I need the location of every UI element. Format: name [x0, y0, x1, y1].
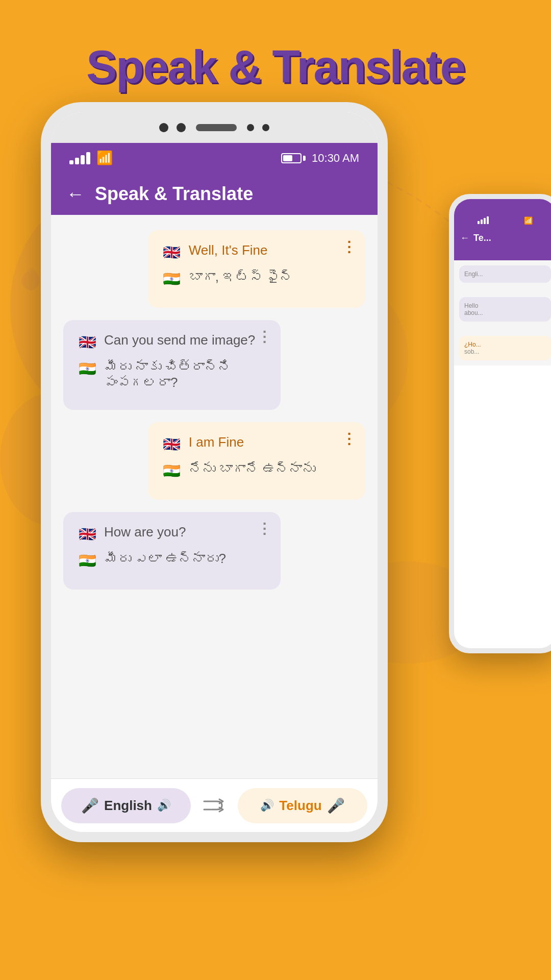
- mic-icon-left: 🎤: [81, 797, 99, 814]
- shuffle-icon: [202, 795, 227, 816]
- message-2-container: ⋮ 🇬🇧 Can you send me image? 🇮🇳 మీరు నాకు…: [63, 320, 365, 410]
- app-bar-title: Speak & Translate: [95, 183, 253, 205]
- wifi-icon: 📶: [96, 150, 113, 166]
- main-phone: 📶 10:30 AM ← Speak & Translate: [41, 102, 388, 842]
- msg-en-3: I am Fine: [189, 434, 244, 450]
- phone2-bubble1: Engli...: [464, 271, 546, 278]
- msg-te-4: మీరు ఎలా ఉన్నారు?: [104, 551, 226, 567]
- uk-flag-1: 🇬🇧: [162, 242, 182, 262]
- bubble-menu-4[interactable]: ⋮: [257, 520, 271, 537]
- phone2-bubble2-line1: Hello: [464, 302, 546, 309]
- message-1-container: ⋮ 🇬🇧 Well, It's Fine 🇮🇳 బాగా, ఇట్స్ ఫైన్: [63, 230, 365, 308]
- lang2-button[interactable]: 🔊 Telugu 🎤: [238, 788, 367, 823]
- signal-icon: [69, 152, 90, 164]
- camera-right-icon: [177, 123, 186, 132]
- message-3-container: ⋮ 🇬🇧 I am Fine 🇮🇳 నేను బాగానే ఉన్నాను: [63, 422, 365, 500]
- phone2-bubble2-line2: abou...: [464, 309, 546, 316]
- bubble-menu-2[interactable]: ⋮: [257, 328, 271, 345]
- bubble-left-2: ⋮ 🇬🇧 Can you send me image? 🇮🇳 మీరు నాకు…: [63, 320, 281, 410]
- bubble-en-row-3: 🇬🇧 I am Fine: [162, 434, 351, 454]
- speaker-icon-right: 🔊: [260, 799, 274, 812]
- chat-area: ⋮ 🇬🇧 Well, It's Fine 🇮🇳 బాగా, ఇట్స్ ఫైన్: [51, 215, 378, 789]
- phone2-bubble3-line2: sob...: [464, 348, 546, 355]
- mic-icon-right: 🎤: [327, 797, 345, 814]
- app-bar: ← Speak & Translate: [51, 173, 378, 215]
- lang1-label: English: [104, 798, 152, 814]
- bubble-en-row-1: 🇬🇧 Well, It's Fine: [162, 242, 351, 262]
- msg-en-4: How are you?: [104, 524, 186, 540]
- bubble-te-row-1: 🇮🇳 బాగా, ఇట్స్ ఫైన్: [162, 269, 351, 288]
- shuffle-button[interactable]: [196, 787, 233, 824]
- speaker-grille: [196, 124, 237, 131]
- second-phone: 📶 ← Te... Engli... Hello abou... ¿H: [449, 194, 551, 653]
- status-right: 10:30 AM: [281, 152, 359, 165]
- msg-en-1: Well, It's Fine: [189, 242, 268, 258]
- page-title: Speak & Translate: [0, 41, 551, 93]
- bubble-right-1: ⋮ 🇬🇧 Well, It's Fine 🇮🇳 బాగా, ఇట్స్ ఫైన్: [148, 230, 365, 308]
- bubble-left-4: ⋮ 🇬🇧 How are you? 🇮🇳 మీరు ఎలా ఉన్నారు?: [63, 512, 281, 590]
- bubble-te-row-2: 🇮🇳 మీరు నాకు చిత్రాన్ని పంపగలరా?: [78, 359, 266, 390]
- msg-en-2: Can you send me image?: [104, 332, 255, 348]
- bubble-menu-1[interactable]: ⋮: [342, 238, 356, 255]
- msg-te-3: నేను బాగానే ఉన్నాను: [189, 461, 315, 477]
- india-flag-3: 🇮🇳: [162, 461, 182, 480]
- status-left: 📶: [69, 150, 113, 166]
- uk-flag-2: 🇬🇧: [78, 332, 97, 352]
- camera-left-icon: [159, 123, 168, 132]
- phone2-bubble3-line1: ¿Ho...: [464, 341, 546, 348]
- time-display: 10:30 AM: [312, 152, 359, 165]
- phone2-title: Te...: [473, 233, 491, 243]
- back-button[interactable]: ←: [66, 183, 85, 205]
- uk-flag-3: 🇬🇧: [162, 434, 182, 454]
- uk-flag-4: 🇬🇧: [78, 524, 97, 544]
- message-4-container: ⋮ 🇬🇧 How are you? 🇮🇳 మీరు ఎలా ఉన్నారు?: [63, 512, 365, 590]
- lang1-button[interactable]: 🎤 English 🔊: [61, 788, 191, 823]
- speaker-icon-left: 🔊: [157, 799, 171, 812]
- bubble-en-row-2: 🇬🇧 Can you send me image?: [78, 332, 266, 352]
- bubble-te-row-4: 🇮🇳 మీరు ఎలా ఉన్నారు?: [78, 551, 266, 570]
- bottom-bar: 🎤 English 🔊 🔊 Telugu: [51, 778, 378, 832]
- phone2-back-icon: ←: [460, 233, 469, 243]
- msg-te-2: మీరు నాకు చిత్రాన్ని పంపగలరా?: [104, 359, 266, 390]
- battery-icon: [281, 153, 306, 163]
- bubble-right-3: ⋮ 🇬🇧 I am Fine 🇮🇳 నేను బాగానే ఉన్నాను: [148, 422, 365, 500]
- bubble-en-row-4: 🇬🇧 How are you?: [78, 524, 266, 544]
- lang2-label: Telugu: [279, 798, 321, 814]
- msg-te-1: బాగా, ఇట్స్ ఫైన్: [189, 269, 293, 285]
- india-flag-1: 🇮🇳: [162, 269, 182, 288]
- camera-front-icon: [262, 124, 269, 131]
- bubble-menu-3[interactable]: ⋮: [342, 430, 356, 447]
- phone-notch: [51, 112, 378, 143]
- bubble-te-row-3: 🇮🇳 నేను బాగానే ఉన్నాను: [162, 461, 351, 480]
- status-bar: 📶 10:30 AM: [51, 143, 378, 173]
- india-flag-4: 🇮🇳: [78, 551, 97, 570]
- india-flag-2: 🇮🇳: [78, 359, 97, 378]
- sensor-icon: [247, 124, 254, 131]
